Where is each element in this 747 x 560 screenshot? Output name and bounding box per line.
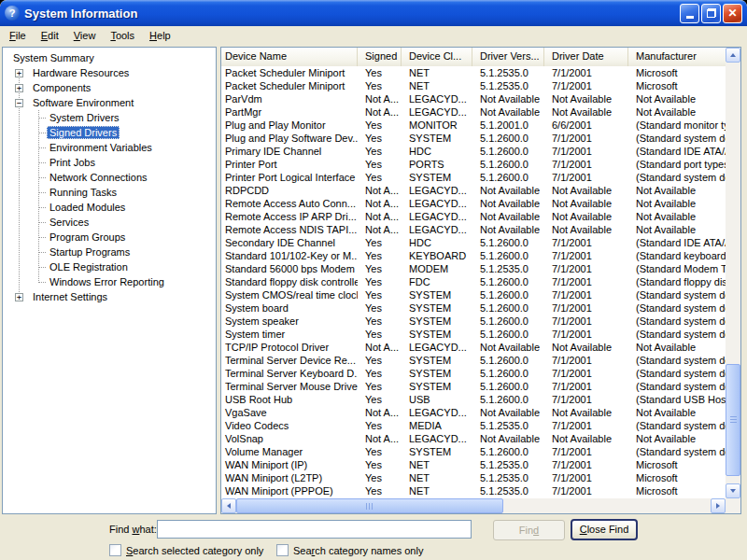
table-row[interactable]: System speakerYesSYSTEM5.1.2600.07/1/200… (221, 315, 726, 328)
table-row[interactable]: Secondary IDE ChannelYesHDC5.1.2600.07/1… (221, 236, 726, 249)
table-row[interactable]: Remote Access Auto Conn...Not A...LEGACY… (221, 197, 726, 210)
table-row[interactable]: VgaSaveNot A...LEGACYD...Not AvailableNo… (221, 406, 726, 419)
table-row[interactable]: Terminal Server Keyboard D...YesSYSTEM5.… (221, 367, 726, 380)
scroll-down-button[interactable] (726, 483, 740, 498)
expand-icon[interactable]: + (15, 84, 23, 92)
column-header-driver-date[interactable]: Driver Date (544, 48, 628, 66)
app-icon: ? (5, 6, 20, 21)
cell-driver-date: 7/1/2001 (544, 236, 628, 249)
table-row[interactable]: PartMgrNot A...LEGACYD...Not AvailableNo… (221, 105, 726, 119)
cell-manufacturer: Microsoft (628, 79, 726, 92)
close-button[interactable]: ✕ (723, 4, 742, 23)
find-button[interactable]: Find (493, 520, 565, 540)
column-header-device-cl[interactable]: Device Cl... (402, 48, 472, 66)
table-row[interactable]: Plug and Play MonitorYesMONITOR5.1.2001.… (221, 119, 726, 132)
tree-item-hardware-resources[interactable]: +Hardware Resources (3, 65, 216, 80)
cell-driver-vers: 5.1.2535.0 (472, 79, 544, 92)
table-row[interactable]: Video CodecsYesMEDIA5.1.2535.07/1/2001(S… (221, 419, 726, 432)
vertical-scrollbar[interactable] (726, 48, 740, 498)
search-category-names-checkbox[interactable]: Search category names only (276, 544, 423, 556)
table-row[interactable]: ParVdmNot A...LEGACYD...Not AvailableNot… (221, 92, 726, 105)
table-row[interactable]: WAN Miniport (PPPOE)YesNET5.1.2535.07/1/… (221, 484, 726, 497)
arrow-up-icon (730, 53, 736, 57)
tree-item-print-jobs[interactable]: Print Jobs (3, 155, 216, 170)
cell-device-cl: NET (402, 471, 472, 484)
table-row[interactable]: Printer PortYesPORTS5.1.2600.07/1/2001(S… (221, 158, 726, 171)
expand-icon[interactable]: + (15, 69, 23, 77)
table-row[interactable]: Volume ManagerYesSYSTEM5.1.2600.07/1/200… (221, 445, 726, 458)
menu-file[interactable]: File (2, 28, 34, 43)
table-row[interactable]: Plug and Play Software Dev...YesSYSTEM5.… (221, 132, 726, 145)
find-input[interactable] (157, 520, 472, 539)
menu-help[interactable]: Help (142, 28, 178, 43)
cell-manufacturer: (Standard system dev (628, 380, 726, 393)
table-row[interactable]: Standard 101/102-Key or M...YesKEYBOARD5… (221, 249, 726, 262)
cell-manufacturer: (Standard USB Host C (628, 393, 726, 406)
table-row[interactable]: USB Root HubYesUSB5.1.2600.07/1/2001(Sta… (221, 393, 726, 406)
table-row[interactable]: WAN Miniport (IP)YesNET5.1.2535.07/1/200… (221, 458, 726, 471)
menu-view[interactable]: View (66, 28, 104, 43)
table-row[interactable]: Primary IDE ChannelYesHDC5.1.2600.07/1/2… (221, 145, 726, 158)
tree-item-signed-drivers[interactable]: Signed Drivers (3, 125, 216, 140)
expand-icon[interactable]: + (15, 293, 23, 301)
cell-device-name: WAN Miniport (IP) (221, 458, 358, 471)
cell-device-name: WAN Miniport (L2TP) (221, 471, 358, 484)
cell-signed: Yes (358, 367, 402, 380)
tree-item-loaded-modules[interactable]: Loaded Modules (3, 200, 216, 215)
table-row[interactable]: Packet Scheduler MiniportYesNET5.1.2535.… (221, 66, 726, 79)
scroll-left-button[interactable] (221, 498, 236, 513)
tree-item-running-tasks[interactable]: Running Tasks (3, 185, 216, 200)
scroll-right-button[interactable] (711, 498, 726, 513)
cell-device-cl: SYSTEM (402, 301, 472, 315)
column-header-device-name[interactable]: Device Name (221, 48, 358, 66)
scroll-up-button[interactable] (726, 48, 740, 63)
tree-item-startup-programs[interactable]: Startup Programs (3, 245, 216, 259)
cell-device-cl: LEGACYD... (402, 92, 472, 105)
tree-item-services[interactable]: Services (3, 215, 216, 230)
table-row[interactable]: VolSnapNot A...LEGACYD...Not AvailableNo… (221, 432, 726, 445)
cell-device-cl: SYSTEM (402, 380, 472, 393)
column-header-driver-vers[interactable]: Driver Vers... (472, 48, 544, 66)
close-find-button[interactable]: Close Find (571, 519, 638, 540)
table-row[interactable]: Remote Access NDIS TAPI...Not A...LEGACY… (221, 223, 726, 236)
search-selected-category-checkbox[interactable]: Search selected category only (109, 544, 263, 556)
table-row[interactable]: System CMOS/real time clockYesSYSTEM5.1.… (221, 288, 726, 301)
table-row[interactable]: TCP/IP Protocol DriverNot A...LEGACYD...… (221, 341, 726, 354)
vertical-scroll-thumb[interactable] (726, 364, 740, 476)
horizontal-scrollbar[interactable] (221, 498, 726, 513)
tree-item-system-drivers[interactable]: System Drivers (3, 110, 216, 125)
restore-button[interactable] (701, 4, 721, 23)
cell-signed: Yes (358, 262, 402, 275)
horizontal-scroll-thumb[interactable] (236, 498, 503, 513)
minimize-button[interactable] (680, 4, 699, 23)
column-header-signed[interactable]: Signed (358, 48, 402, 66)
table-row[interactable]: Packet Scheduler MiniportYesNET5.1.2535.… (221, 79, 726, 92)
tree-item-windows-error-reporting[interactable]: Windows Error Reporting (3, 274, 216, 289)
table-row[interactable]: Terminal Server Mouse DriverYesSYSTEM5.1… (221, 380, 726, 393)
tree-item-environment-variables[interactable]: Environment Variables (3, 140, 216, 155)
menu-tools[interactable]: Tools (103, 28, 142, 43)
tree-item-components[interactable]: +Components (3, 80, 216, 95)
tree-item-program-groups[interactable]: Program Groups (3, 230, 216, 245)
cell-device-name: Remote Access NDIS TAPI... (221, 223, 358, 236)
table-row[interactable]: WAN Miniport (L2TP)YesNET5.1.2535.07/1/2… (221, 471, 726, 484)
table-row[interactable]: Terminal Server Device Re...YesSYSTEM5.1… (221, 354, 726, 367)
table-row[interactable]: Standard floppy disk controllerYesFDC5.1… (221, 275, 726, 288)
table-row[interactable]: System timerYesSYSTEM5.1.2600.07/1/2001(… (221, 328, 726, 341)
tree-item-system-summary[interactable]: System Summary (3, 50, 216, 65)
cell-signed: Yes (358, 445, 402, 458)
table-row[interactable]: Standard 56000 bps ModemYesMODEM5.1.2535… (221, 262, 726, 275)
tree-item-ole-registration[interactable]: OLE Registration (3, 259, 216, 274)
table-row[interactable]: System boardYesSYSTEM5.1.2600.07/1/2001(… (221, 301, 726, 315)
cell-driver-date: 7/1/2001 (544, 288, 628, 301)
table-row[interactable]: Remote Access IP ARP Dri...Not A...LEGAC… (221, 210, 726, 223)
tree-item-network-connections[interactable]: Network Connections (3, 170, 216, 185)
table-row[interactable]: RDPCDDNot A...LEGACYD...Not AvailableNot… (221, 184, 726, 197)
tree-item-software-environment[interactable]: −Software Environment (3, 95, 216, 110)
menu-edit[interactable]: Edit (34, 28, 66, 43)
collapse-icon[interactable]: − (15, 99, 23, 107)
column-header-manufacturer[interactable]: Manufacturer (628, 48, 726, 66)
tree-item-internet-settings[interactable]: +Internet Settings (3, 289, 216, 304)
table-row[interactable]: Printer Port Logical InterfaceYesSYSTEM5… (221, 171, 726, 184)
cell-manufacturer: (Standard IDE ATA/A (628, 145, 726, 158)
